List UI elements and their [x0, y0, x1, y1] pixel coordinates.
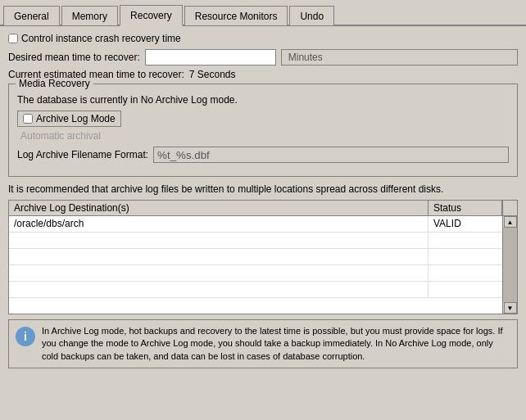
info-bar: i In Archive Log mode, hot backups and r…: [8, 319, 518, 368]
destination-cell: /oracle/dbs/arch: [9, 216, 429, 232]
scroll-track[interactable]: [503, 228, 517, 302]
format-input[interactable]: [153, 147, 509, 163]
scroll-down-btn[interactable]: ▼: [504, 302, 517, 314]
tab-bar: General Memory Recovery Resource Monitor…: [0, 0, 526, 26]
automatic-archival-label: Automatic archival: [20, 130, 509, 142]
table-scrollbar[interactable]: ▲ ▼: [502, 216, 517, 314]
scroll-up-btn[interactable]: ▲: [504, 216, 517, 228]
archive-log-table: Archive Log Destination(s) Status /oracl…: [8, 200, 518, 314]
minutes-label: Minutes: [281, 49, 518, 65]
crash-recovery-label: Control instance crash recovery time: [21, 33, 181, 44]
col2-header: Status: [429, 201, 502, 215]
table-row[interactable]: [9, 249, 502, 265]
desired-mean-row: Desired mean time to recover: Minutes: [8, 49, 518, 65]
media-recovery-title: Media Recovery: [16, 78, 93, 89]
table-row[interactable]: [9, 282, 502, 298]
tab-resource-monitors[interactable]: Resource Monitors: [184, 6, 288, 25]
tab-general[interactable]: General: [3, 6, 60, 25]
format-label: Log Archive Filename Format:: [17, 149, 148, 160]
table-row[interactable]: [9, 265, 502, 282]
desired-mean-input[interactable]: [145, 49, 276, 65]
info-text: In Archive Log mode, hot backups and rec…: [42, 325, 510, 363]
status-cell: VALID: [429, 216, 502, 232]
archive-log-mode-row[interactable]: Archive Log Mode: [17, 111, 121, 127]
media-recovery-group: Media Recovery The database is currently…: [8, 84, 518, 177]
crash-recovery-checkbox[interactable]: [8, 34, 18, 43]
col1-header: Archive Log Destination(s): [9, 201, 429, 215]
crash-recovery-row: Control instance crash recovery time: [8, 33, 518, 44]
desired-mean-label: Desired mean time to recover:: [8, 52, 140, 63]
tab-recovery[interactable]: Recovery: [120, 5, 183, 26]
table-row[interactable]: [9, 233, 502, 249]
tab-undo[interactable]: Undo: [289, 6, 334, 25]
format-row: Log Archive Filename Format:: [17, 147, 509, 163]
table-row[interactable]: /oracle/dbs/arch VALID: [9, 216, 502, 233]
archive-log-checkbox[interactable]: [23, 114, 33, 124]
current-estimated-value: 7 Seconds: [189, 69, 236, 80]
tab-memory[interactable]: Memory: [61, 6, 118, 25]
main-content: Control instance crash recovery time Des…: [0, 26, 526, 420]
db-mode-text: The database is currently in No Archive …: [17, 94, 509, 106]
recommendation-text: It is recommended that archive log files…: [8, 183, 518, 195]
info-icon: i: [16, 327, 35, 346]
table-header: Archive Log Destination(s) Status: [9, 201, 517, 216]
archive-log-label: Archive Log Mode: [36, 113, 116, 124]
